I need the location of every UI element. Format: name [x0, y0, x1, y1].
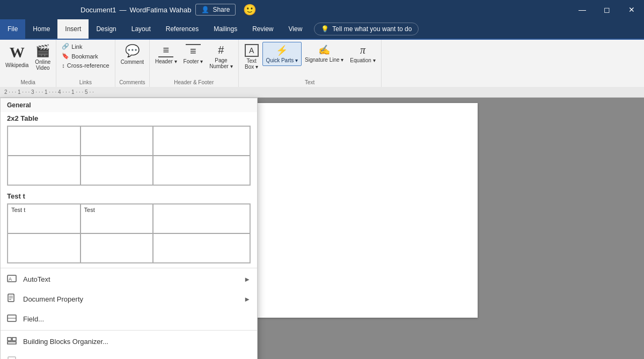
test-cell-2-1	[8, 233, 80, 263]
building-blocks-label: Building Blocks Organizer...	[23, 338, 108, 346]
header-footer-group-label: Header & Footer	[152, 78, 236, 87]
document-property-arrow: ►	[244, 295, 251, 303]
quick-parts-label: Quick Parts ▾	[266, 57, 298, 63]
bookmark-button[interactable]: 🔖 Bookmark	[58, 52, 101, 61]
text-box-label: Text	[246, 58, 256, 64]
autotext-icon: A	[7, 274, 18, 285]
svg-rect-8	[8, 338, 11, 341]
link-button[interactable]: 🔗 Link	[58, 42, 85, 51]
comments-items: 💬 Comment	[118, 42, 147, 78]
tab-layout[interactable]: Layout	[124, 19, 158, 39]
ribbon: File Home Insert Design Layout Reference…	[0, 19, 644, 87]
autotext-menu-item[interactable]: A AutoText ►	[1, 269, 257, 289]
equation-button[interactable]: π Equation ▾	[347, 42, 378, 65]
footer-button[interactable]: ≡ Footer ▾	[180, 42, 207, 67]
bookmark-icon: 🔖	[62, 53, 69, 60]
media-group-label: Media	[2, 78, 54, 87]
table-cell-1-1	[8, 126, 80, 156]
tab-design[interactable]: Design	[89, 19, 123, 39]
ribbon-tab-bar: File Home Insert Design Layout Reference…	[0, 19, 644, 39]
links-group-label: Links	[58, 78, 112, 87]
footer-icon: ≡	[186, 44, 201, 57]
close-button[interactable]: ✕	[619, 0, 644, 19]
group-header-footer: ≡ Header ▾ ≡ Footer ▾ # Page Number ▾ He…	[150, 40, 239, 87]
header-icon: ≡	[158, 44, 173, 57]
window-controls: — ◻ ✕	[570, 0, 644, 19]
header-footer-items: ≡ Header ▾ ≡ Footer ▾ # Page Number ▾	[152, 42, 236, 78]
group-media: W Wikipedia 🎬 Online Video Media	[0, 40, 56, 87]
cross-reference-button[interactable]: ↕ Cross-reference	[58, 61, 112, 70]
cross-reference-icon: ↕	[62, 62, 65, 69]
tab-home[interactable]: Home	[25, 19, 57, 39]
field-menu-item[interactable]: Field...	[1, 309, 257, 329]
table-2x2-preview	[7, 126, 251, 186]
menu-divider-1	[1, 268, 257, 268]
table-cell-1-2	[80, 126, 153, 156]
equation-icon: π	[360, 44, 365, 56]
comments-group-label: Comments	[118, 78, 147, 87]
tell-me-label: Tell me what you want to do	[332, 25, 412, 33]
tab-insert[interactable]: Insert	[57, 19, 89, 39]
text-box-icon: A	[245, 44, 259, 57]
test-table-preview: Test t Test	[7, 203, 251, 263]
link-label: Link	[71, 43, 82, 50]
wikipedia-label: Wikipedia	[5, 62, 28, 68]
general-section-label: General	[1, 98, 257, 112]
quick-parts-button[interactable]: ⚡ Quick Parts ▾	[262, 42, 302, 66]
svg-rect-10	[8, 342, 16, 344]
group-comments: 💬 Comment Comments	[115, 40, 150, 87]
wikipedia-button[interactable]: W Wikipedia	[2, 42, 32, 70]
text-box-button[interactable]: A Text Box ▾	[241, 42, 262, 72]
group-links: 🔗 Link 🔖 Bookmark ↕ Cross-reference Link…	[56, 40, 115, 87]
document-title: Document1	[80, 6, 116, 14]
tab-references[interactable]: References	[158, 19, 206, 39]
title-separator: —	[119, 6, 126, 14]
building-blocks-icon	[7, 336, 18, 347]
page-number-button[interactable]: # Page Number ▾	[206, 42, 236, 71]
page-number-label: Page	[215, 57, 227, 63]
text-box-label2: Box ▾	[245, 64, 258, 70]
header-button[interactable]: ≡ Header ▾	[152, 42, 180, 67]
quick-parts-icon: ⚡	[276, 45, 288, 56]
page-number-icon: #	[218, 44, 224, 56]
document-property-menu-item[interactable]: Document Property ►	[1, 289, 257, 309]
tab-file[interactable]: File	[0, 19, 25, 39]
save-selection-menu-item: Save Selection to Quick Part Gallery...	[1, 351, 257, 359]
tab-review[interactable]: Review	[245, 19, 281, 39]
comment-button[interactable]: 💬 Comment	[118, 42, 147, 67]
table-cell-2-2	[80, 156, 153, 185]
building-blocks-menu-item[interactable]: Building Blocks Organizer...	[1, 332, 257, 351]
comment-label: Comment	[121, 59, 144, 65]
wikipedia-icon: W	[10, 44, 25, 61]
autotext-arrow: ►	[244, 275, 251, 283]
table-cell-2-1	[8, 156, 80, 185]
main-area: 2 · · · 1 · · · 3 · · · 1 · · · 4 · · · …	[0, 87, 644, 359]
signature-label: Signature Line ▾	[305, 57, 343, 63]
section1-title: 2x2 Table	[1, 112, 257, 126]
tab-mailings[interactable]: Mailings	[206, 19, 245, 39]
field-label: Field...	[23, 315, 44, 323]
emoji-icon: 🙂	[243, 3, 257, 16]
test-cell-1-3	[153, 204, 250, 233]
minimize-button[interactable]: —	[570, 0, 595, 19]
user-area: Fatima Wahab 👤 Share 🙂	[146, 3, 262, 16]
tell-me-box[interactable]: 💡 Tell me what you want to do	[314, 23, 419, 35]
signature-line-button[interactable]: ✍ Signature Line ▾	[302, 42, 347, 65]
ribbon-content: W Wikipedia 🎬 Online Video Media 🔗 Link	[0, 39, 644, 87]
user-name: Fatima Wahab	[146, 6, 191, 14]
tab-view[interactable]: View	[281, 19, 310, 39]
footer-label: Footer ▾	[184, 58, 203, 64]
ruler: 2 · · · 1 · · · 3 · · · 1 · · · 4 · · · …	[0, 87, 644, 98]
restore-button[interactable]: ◻	[595, 0, 619, 19]
online-video-button[interactable]: 🎬 Online Video	[32, 42, 54, 73]
test-cell-2-3	[153, 233, 250, 263]
svg-rect-11	[8, 357, 16, 359]
share-button[interactable]: 👤 Share	[195, 4, 236, 16]
signature-icon: ✍	[318, 44, 330, 56]
cross-reference-label: Cross-reference	[67, 62, 109, 69]
svg-rect-9	[12, 338, 16, 341]
bookmark-label: Bookmark	[71, 53, 98, 60]
group-text: A Text Box ▾ ⚡ Quick Parts ▾ ✍ Signature…	[239, 40, 382, 87]
test-cell-2-2	[80, 233, 153, 263]
person-icon: 👤	[201, 6, 209, 13]
